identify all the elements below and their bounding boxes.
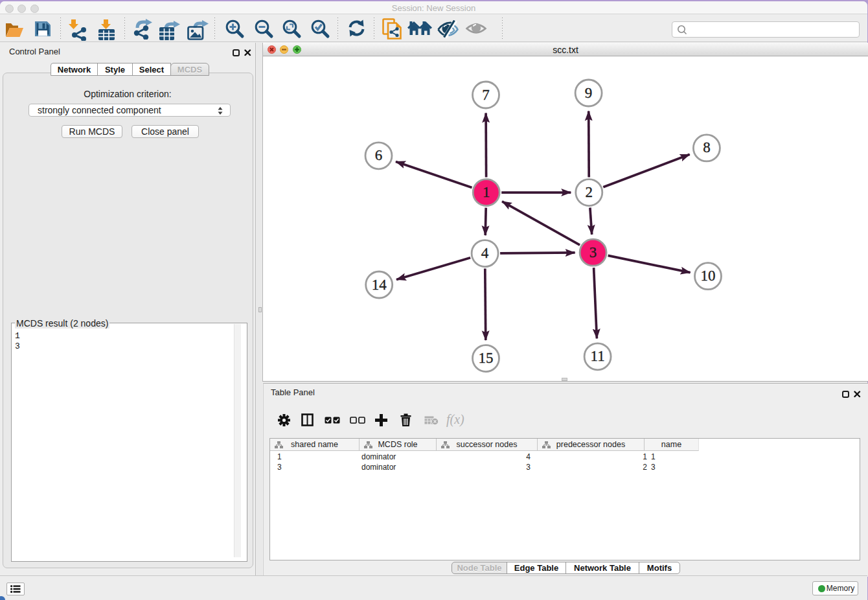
svg-text:8: 8 xyxy=(703,139,711,156)
svg-text:2: 2 xyxy=(586,184,593,200)
svg-text:9: 9 xyxy=(585,85,593,101)
svg-text:1: 1 xyxy=(483,184,490,200)
svg-text:11: 11 xyxy=(591,348,605,364)
svg-text:4: 4 xyxy=(481,245,489,261)
svg-text:10: 10 xyxy=(701,268,716,284)
svg-text:3: 3 xyxy=(589,244,597,260)
svg-text:6: 6 xyxy=(375,147,383,163)
svg-text:15: 15 xyxy=(479,350,494,366)
svg-text:7: 7 xyxy=(482,87,490,103)
svg-text:14: 14 xyxy=(372,277,387,293)
